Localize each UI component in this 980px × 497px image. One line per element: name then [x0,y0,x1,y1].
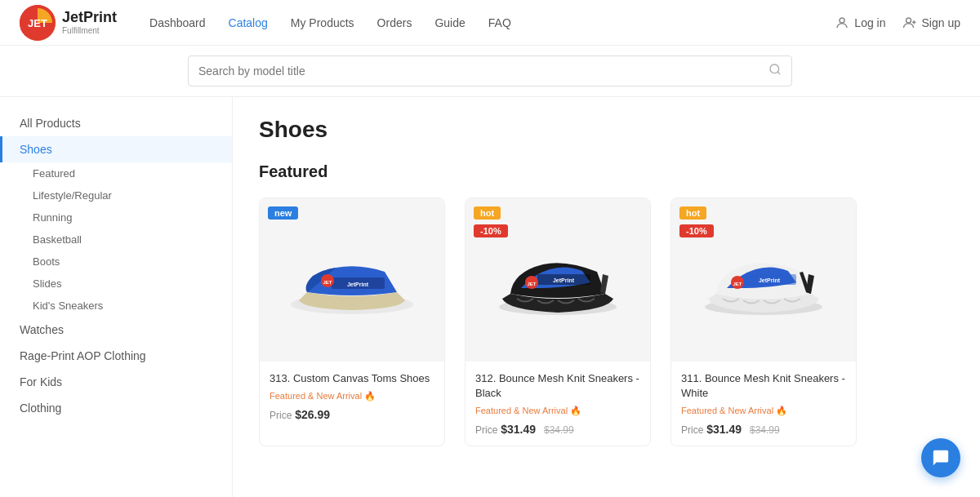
sidebar-sub-boots[interactable]: Boots [0,251,232,273]
price-current-1: $26.99 [295,408,330,421]
sidebar: All Products Shoes Featured Lifestyle/Re… [0,97,233,497]
product-tag-3: Featured & New Arrival 🔥 [681,406,846,416]
product-price-1: Price $26.99 [270,408,434,421]
product-card-1[interactable]: new JetPrint [259,197,445,446]
product-image-2: hot -10% [466,198,650,362]
user-icon [835,16,849,30]
svg-text:JET: JET [733,282,742,286]
shoe-svg-3: JetPrint JET [690,227,837,333]
price-original-3: $34.99 [750,424,780,436]
sidebar-item-watches[interactable]: Watches [0,317,232,343]
product-name-1: 313. Custom Canvas Toms Shoes [270,371,434,386]
main-layout: All Products Shoes Featured Lifestyle/Re… [0,97,980,497]
sidebar-sub-lifestyle[interactable]: Lifestyle/Regular [0,184,232,206]
header-auth: Log in Sign up [835,16,960,30]
sidebar-sub-running[interactable]: Running [0,206,232,229]
product-tag-2: Featured & New Arrival 🔥 [475,406,640,416]
nav-faq[interactable]: FAQ [488,16,511,29]
badge-discount-3: -10% [679,224,714,237]
signup-button[interactable]: Sign up [902,16,960,30]
price-current-3: $31.49 [706,423,742,436]
main-nav: Dashboard Catalog My Products Orders Gui… [149,16,835,29]
sidebar-sub-kids-sneakers[interactable]: Kid's Sneakers [0,295,232,317]
shoe-svg-1: JetPrint JET [278,227,425,333]
sidebar-item-shoes[interactable]: Shoes [0,136,232,162]
search-bar-container [188,55,792,87]
svg-text:JET: JET [28,17,47,29]
nav-orders[interactable]: Orders [377,16,412,29]
svg-text:JetPrint: JetPrint [759,277,781,283]
product-card-2[interactable]: hot -10% [465,197,651,446]
search-input[interactable] [198,64,768,78]
nav-catalog[interactable]: Catalog [229,16,268,29]
product-info-1: 313. Custom Canvas Toms Shoes Featured &… [260,362,444,431]
product-card-3[interactable]: hot -10% [670,197,857,446]
svg-text:JetPrint: JetPrint [347,282,369,287]
login-label: Log in [854,16,885,29]
sidebar-sub-slides[interactable]: Slides [0,273,232,295]
badge-new-1: new [268,206,298,220]
sidebar-sub-basketball[interactable]: Basketball [0,229,232,251]
svg-point-3 [906,18,911,23]
main-content: Shoes Featured new [233,97,980,497]
product-price-2: Price $31.49 $34.99 [475,423,640,436]
search-icon [768,63,782,79]
user-plus-icon [902,16,917,30]
sidebar-sub-featured[interactable]: Featured [0,162,232,184]
search-section [0,46,980,97]
product-info-2: 312. Bounce Mesh Knit Sneakers - Black F… [466,362,650,446]
product-name-2: 312. Bounce Mesh Knit Sneakers - Black [475,371,640,401]
product-grid: new JetPrint [259,197,954,446]
product-price-3: Price $31.49 $34.99 [681,423,846,436]
shoe-svg-2: JetPrint JET [484,227,631,333]
product-info-3: 311. Bounce Mesh Knit Sneakers - White F… [671,362,856,446]
price-label-2: Price [475,424,497,436]
price-current-2: $31.49 [501,423,536,436]
badge-hot-3: hot [679,206,706,220]
svg-point-2 [840,18,844,23]
sidebar-item-for-kids[interactable]: For Kids [0,369,232,395]
chat-icon [932,449,950,467]
chat-button[interactable] [921,438,960,477]
page-title: Shoes [259,117,954,143]
signup-label: Sign up [922,16,960,29]
svg-line-7 [777,72,780,74]
svg-point-6 [770,64,779,73]
svg-text:JetPrint: JetPrint [553,277,575,283]
svg-text:JET: JET [323,280,332,285]
sidebar-item-clothing[interactable]: Clothing [0,395,232,421]
sidebar-item-rage-print[interactable]: Rage-Print AOP Clothing [0,343,232,369]
logo[interactable]: JET JetPrint Fulfillment [20,5,117,41]
logo-text: JetPrint Fulfillment [62,10,117,35]
badge-discount-2: -10% [474,224,508,237]
header: JET JetPrint Fulfillment Dashboard Catal… [0,0,980,46]
price-label-3: Price [681,424,703,436]
login-button[interactable]: Log in [835,16,885,30]
product-image-3: hot -10% [671,198,856,362]
product-name-3: 311. Bounce Mesh Knit Sneakers - White [681,371,846,401]
nav-dashboard[interactable]: Dashboard [149,16,206,29]
price-label-1: Price [270,410,292,421]
product-image-1: new JetPrint [260,198,444,362]
section-title: Featured [259,162,954,181]
logo-icon: JET [20,5,56,41]
badge-hot-2: hot [474,206,501,220]
nav-guide[interactable]: Guide [434,16,465,29]
price-original-2: $34.99 [544,424,574,436]
svg-text:JET: JET [527,282,536,286]
sidebar-item-all-products[interactable]: All Products [0,110,232,136]
product-tag-1: Featured & New Arrival 🔥 [270,391,434,402]
nav-my-products[interactable]: My Products [291,16,354,29]
